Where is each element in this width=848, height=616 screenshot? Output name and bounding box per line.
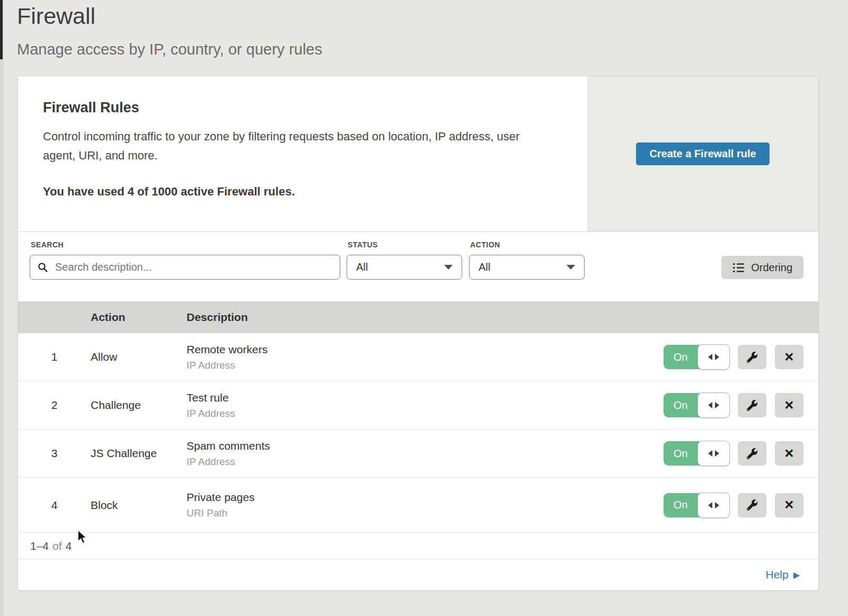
status-select[interactable]: All — [347, 255, 462, 280]
table-row: 4 Block Private pages URI Path On ✕ — [18, 478, 818, 533]
rule-enabled-toggle[interactable]: On — [664, 345, 729, 369]
chevron-down-icon — [444, 265, 453, 270]
rule-description: Remote workers — [187, 343, 664, 356]
rule-match-type: IP Address — [187, 456, 664, 468]
search-input[interactable] — [54, 261, 332, 274]
close-icon: ✕ — [784, 447, 794, 461]
rule-action: Challenge — [91, 399, 187, 412]
rule-enabled-toggle[interactable]: On — [664, 493, 729, 517]
rule-priority: 2 — [18, 399, 91, 412]
table-row: 3 JS Challenge Spam comments IP Address … — [18, 430, 818, 478]
toggle-knob[interactable] — [697, 344, 730, 370]
ordering-button[interactable]: Ordering — [721, 256, 803, 279]
rule-action: JS Challenge — [91, 447, 187, 460]
rule-description-cell: Private pages URI Path — [187, 491, 664, 519]
edit-rule-button[interactable] — [738, 345, 766, 369]
window-edge-dark — [0, 0, 3, 59]
delete-rule-button[interactable]: ✕ — [775, 441, 803, 466]
create-firewall-rule-button[interactable]: Create a Firewall rule — [636, 142, 769, 165]
pagination: 1–4 of 4 — [18, 533, 818, 559]
toggle-knob[interactable] — [697, 392, 730, 418]
close-icon: ✕ — [784, 498, 794, 512]
overview-section: Firewall Rules Control incoming traffic … — [18, 76, 818, 232]
window-edge — [0, 0, 4, 616]
search-icon — [38, 262, 48, 273]
description-column-header: Description — [187, 311, 818, 324]
card-footer: Help ▶ — [18, 559, 818, 590]
arrow-left-icon — [708, 402, 712, 408]
section-heading: Firewall Rules — [43, 100, 555, 116]
close-icon: ✕ — [784, 398, 794, 413]
rule-action: Allow — [91, 351, 187, 363]
rule-priority: 3 — [18, 447, 91, 460]
arrow-left-icon — [708, 450, 712, 457]
help-link[interactable]: Help ▶ — [765, 568, 800, 581]
delete-rule-button[interactable]: ✕ — [775, 345, 803, 369]
status-selected-value: All — [356, 261, 368, 273]
rule-description: Spam comments — [187, 440, 664, 452]
rule-priority: 1 — [18, 351, 91, 363]
rule-priority: 4 — [18, 499, 91, 512]
edit-rule-button[interactable] — [738, 393, 766, 417]
table-row: 1 Allow Remote workers IP Address On ✕ — [18, 333, 818, 381]
ordered-list-icon — [732, 263, 745, 273]
create-rule-panel: Create a Firewall rule — [587, 76, 818, 231]
toggle-knob[interactable] — [697, 493, 730, 518]
usage-summary: You have used 4 of 1000 active Firewall … — [43, 185, 555, 199]
wrench-icon — [747, 352, 758, 363]
edit-rule-button[interactable] — [738, 493, 766, 517]
table-row: 2 Challenge Test rule IP Address On ✕ — [18, 381, 818, 430]
action-column-header: Action — [91, 311, 187, 324]
pagination-total: 4 — [66, 540, 72, 552]
arrow-right-icon — [715, 450, 719, 457]
toggle-knob[interactable] — [697, 441, 730, 466]
pagination-range: 1–4 — [30, 540, 49, 552]
arrow-left-icon — [708, 502, 712, 508]
rule-controls: On ✕ — [664, 393, 818, 417]
close-icon: ✕ — [784, 350, 794, 364]
search-box[interactable] — [30, 255, 340, 280]
toggle-on-label: On — [664, 441, 697, 466]
rule-action: Block — [91, 499, 187, 512]
arrow-right-icon — [715, 402, 719, 408]
arrow-left-icon — [708, 354, 712, 360]
edit-rule-button[interactable] — [738, 441, 766, 466]
wrench-icon — [747, 400, 758, 411]
help-link-label: Help — [765, 568, 788, 581]
toggle-on-label: On — [664, 493, 697, 517]
rule-description-cell: Spam comments IP Address — [187, 440, 664, 468]
page-subtitle: Manage access by IP, country, or query r… — [17, 41, 322, 58]
action-label: ACTION — [470, 240, 500, 249]
rule-enabled-toggle[interactable]: On — [664, 441, 729, 466]
page-title: Firewall — [17, 3, 322, 29]
delete-rule-button[interactable]: ✕ — [775, 393, 803, 417]
rule-enabled-toggle[interactable]: On — [664, 393, 729, 417]
toggle-on-label: On — [664, 393, 697, 417]
rule-controls: On ✕ — [664, 441, 818, 466]
action-select[interactable]: All — [469, 255, 585, 280]
rule-description: Test rule — [187, 391, 664, 404]
search-label: SEARCH — [31, 240, 64, 249]
rule-controls: On ✕ — [664, 493, 818, 517]
delete-rule-button[interactable]: ✕ — [775, 493, 803, 517]
rule-match-type: URI Path — [187, 507, 664, 519]
arrow-right-icon — [715, 354, 719, 360]
rule-controls: On ✕ — [664, 345, 818, 369]
arrow-right-icon — [715, 502, 719, 508]
rule-match-type: IP Address — [187, 408, 664, 419]
page-header: Firewall Manage access by IP, country, o… — [17, 3, 322, 58]
section-description: Control incoming traffic to your zone by… — [43, 127, 549, 165]
chevron-down-icon — [567, 265, 575, 270]
wrench-icon — [747, 448, 758, 459]
rule-description-cell: Remote workers IP Address — [187, 343, 664, 371]
filters-bar: SEARCH STATUS All ACTION All — [18, 232, 818, 301]
table-header: Action Description — [18, 301, 818, 333]
rule-description-cell: Test rule IP Address — [187, 391, 664, 419]
overview-text: Firewall Rules Control incoming traffic … — [18, 76, 587, 231]
rule-match-type: IP Address — [187, 360, 664, 371]
toggle-on-label: On — [664, 345, 697, 369]
firewall-rules-card: Firewall Rules Control incoming traffic … — [17, 76, 819, 591]
ordering-button-label: Ordering — [751, 262, 792, 274]
rule-description: Private pages — [187, 491, 664, 504]
action-selected-value: All — [479, 261, 490, 273]
